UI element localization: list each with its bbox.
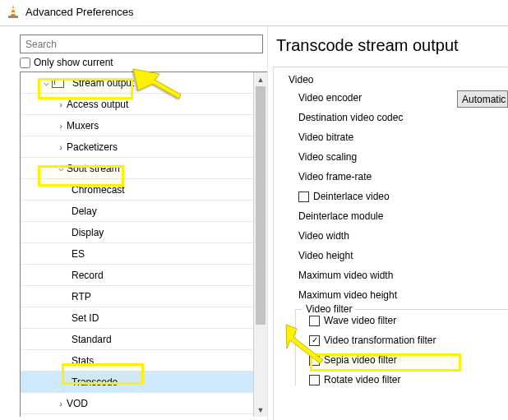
tree-label: Set ID <box>72 312 99 324</box>
chevron-right-icon: › <box>55 121 67 131</box>
tree-item-rtp[interactable]: RTP <box>21 286 253 307</box>
chevron-down-icon: ⌵ <box>40 77 52 88</box>
max-height-label: Maximum video height <box>298 289 508 301</box>
chevron-right-icon: › <box>55 399 67 408</box>
tree-item-access-output[interactable]: › Access output <box>21 94 253 115</box>
tree-item-display[interactable]: Display <box>21 222 253 243</box>
deinterlace-video-label: Deinterlace video <box>313 191 390 202</box>
only-show-current-label: Only show current <box>34 57 113 68</box>
chevron-down-icon: ⌵ <box>55 163 67 173</box>
svg-marker-0 <box>11 5 16 16</box>
tree-label: Stream output <box>72 77 134 89</box>
sidebar: Only show current ⌵ Stream output › Acce… <box>0 26 268 420</box>
only-show-current-checkbox[interactable] <box>20 58 30 68</box>
titlebar: Advanced Preferences <box>0 0 508 26</box>
wave-filter-label: Wave video filter <box>324 315 396 326</box>
video-framerate-label: Video frame-rate <box>298 171 508 182</box>
wave-filter-checkbox[interactable] <box>309 316 320 326</box>
tree-label: Muxers <box>67 120 99 132</box>
tree-item-es[interactable]: ES <box>21 243 253 265</box>
scroll-up-icon[interactable]: ▲ <box>254 72 267 86</box>
wave-filter-field: Wave video filter <box>309 315 508 326</box>
video-encoder-value: Automatic <box>462 94 506 105</box>
video-scaling-label: Video scaling <box>298 151 508 163</box>
svg-rect-2 <box>11 12 16 14</box>
rotate-filter-label: Rotate video filter <box>324 374 400 385</box>
tree-item-packetizers[interactable]: › Packetizers <box>21 136 253 158</box>
settings-tree: ⌵ Stream output › Access output › Muxers <box>21 72 253 417</box>
video-group-label: Video <box>289 74 508 85</box>
video-bitrate-label: Video bitrate <box>298 132 508 143</box>
svg-rect-1 <box>12 8 16 10</box>
tree-label: Display <box>72 227 104 238</box>
deinterlace-video-checkbox[interactable] <box>298 192 309 202</box>
video-height-label: Video height <box>298 250 508 261</box>
rotate-filter-field: Rotate video filter <box>309 374 508 385</box>
tree-label: Record <box>72 270 104 281</box>
transform-filter-field: ✓ Video transformation filter <box>309 335 508 346</box>
content-panel: Transcode stream output Video Video enco… <box>268 26 508 420</box>
search-input[interactable] <box>20 35 263 53</box>
tree-item-stats[interactable]: Stats <box>21 350 253 372</box>
video-width-label: Video width <box>298 230 508 242</box>
tree-item-transcode[interactable]: Transcode <box>21 372 253 393</box>
chevron-right-icon: › <box>55 99 67 109</box>
tree-item-chromecast[interactable]: Chromecast <box>21 179 253 201</box>
scroll-down-icon[interactable]: ▼ <box>254 403 267 417</box>
tree-label: Chromecast <box>72 184 125 196</box>
rotate-filter-checkbox[interactable] <box>309 375 320 385</box>
video-encoder-select[interactable]: Automatic <box>457 90 508 108</box>
tree-item-stream-output[interactable]: ⌵ Stream output <box>21 72 253 94</box>
tree-scrollbar[interactable]: ▲ ▼ <box>253 72 267 417</box>
tree-item-delay[interactable]: Delay <box>21 201 253 222</box>
sepia-filter-label: Sepia video filter <box>324 354 397 366</box>
transform-filter-checkbox[interactable]: ✓ <box>309 335 320 346</box>
tree-label: RTP <box>72 291 91 302</box>
svg-rect-3 <box>8 16 18 18</box>
tree-item-vod[interactable]: › VOD <box>21 393 253 414</box>
deinterlace-video-field: Deinterlace video <box>298 191 508 202</box>
tree-item-muxers[interactable]: › Muxers <box>21 115 253 136</box>
deinterlace-module-label: Deinterlace module <box>298 210 508 222</box>
sepia-filter-checkbox[interactable] <box>309 355 320 366</box>
chevron-right-icon: › <box>55 142 67 152</box>
max-width-label: Maximum video width <box>298 270 508 281</box>
sepia-filter-field: Sepia video filter <box>309 354 508 366</box>
tree-item-sout-stream[interactable]: ⌵ Sout stream <box>21 158 253 179</box>
tree-label: Stats <box>72 355 94 367</box>
tree-label: Access output <box>67 99 128 110</box>
video-filter-group: Video filter Wave video filter ✓ Video t… <box>295 309 508 385</box>
page-heading: Transcode stream output <box>276 36 508 55</box>
tree-item-set-id[interactable]: Set ID <box>21 307 253 329</box>
tree-label: Standard <box>72 334 112 345</box>
transform-filter-label: Video transformation filter <box>324 335 436 346</box>
tree-item-record[interactable]: Record <box>21 265 253 286</box>
tree-label: ES <box>72 248 85 260</box>
dest-codec-label: Destination video codec <box>298 112 508 123</box>
tree-label: Packetizers <box>67 141 118 153</box>
tree-label: Transcode <box>72 376 118 388</box>
tree-label: Delay <box>72 205 97 217</box>
vlc-cone-icon <box>7 4 20 19</box>
window-title: Advanced Preferences <box>25 6 134 18</box>
scroll-thumb[interactable] <box>256 86 266 325</box>
tree-label: VOD <box>67 398 88 409</box>
tree-item-standard[interactable]: Standard <box>21 329 253 350</box>
stream-output-icon <box>52 78 64 88</box>
tree-label: Sout stream <box>67 163 120 174</box>
video-filter-legend: Video filter <box>302 303 355 315</box>
